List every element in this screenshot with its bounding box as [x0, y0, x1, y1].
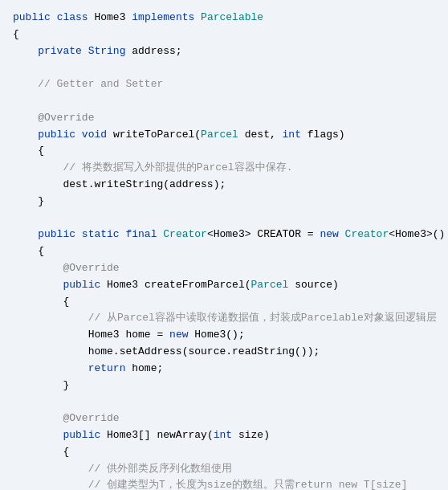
code-line: @Override — [13, 110, 435, 127]
code-line: public class Home3 implements Parcelable — [13, 10, 435, 27]
code-line — [13, 210, 435, 227]
code-line: @Override — [13, 410, 435, 427]
code-line — [13, 93, 435, 110]
code-line: home.setAddress(source.readString()); — [13, 344, 435, 361]
code-line — [13, 59, 435, 76]
code-editor: public class Home3 implements Parcelable… — [0, 0, 448, 490]
code-line: public Home3 createFromParcel(Parcel sou… — [13, 277, 435, 294]
code-line: dest.writeString(address); — [13, 177, 435, 194]
code-line: private String address; — [13, 43, 435, 60]
code-line: { — [13, 143, 435, 160]
code-line: // 创建类型为T，长度为size的数组。只需return new T[size… — [13, 477, 435, 490]
code-line — [13, 394, 435, 410]
code-line: { — [13, 444, 435, 461]
code-line: @Override — [13, 260, 435, 277]
code-line: { — [13, 27, 435, 43]
code-line: public void writeToParcel(Parcel dest, i… — [13, 127, 435, 144]
code-line: { — [13, 243, 435, 260]
code-line: { — [13, 294, 435, 311]
code-line: } — [13, 378, 435, 394]
code-line: return home; — [13, 361, 435, 378]
code-line: // Getter and Setter — [13, 76, 435, 93]
code-line: } — [13, 194, 435, 210]
code-line: // 将类数据写入外部提供的Parcel容器中保存. — [13, 160, 435, 177]
code-line: // 从Parcel容器中读取传递数据值，封装成Parcelable对象返回逻辑… — [13, 310, 435, 327]
code-line: public static final Creator<Home3> CREAT… — [13, 227, 435, 243]
code-line: public Home3[] newArray(int size) — [13, 427, 435, 444]
code-line: Home3 home = new Home3(); — [13, 327, 435, 344]
code-line: // 供外部类反序列化数组使用 — [13, 461, 435, 478]
